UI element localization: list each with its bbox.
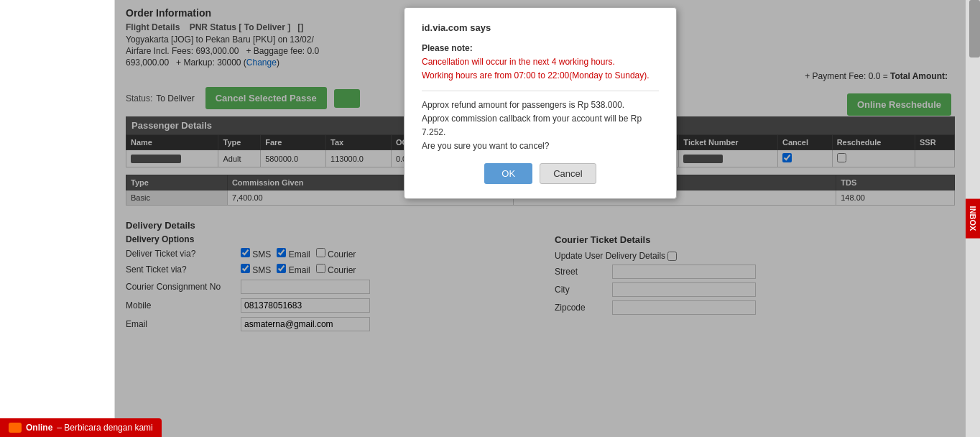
- cancellation-line2: Working hours are from 07:00 to 22:00(Mo…: [422, 70, 650, 80]
- inbox-tab[interactable]: INBOX: [966, 199, 980, 239]
- refund-line: Approx refund amount for passengers is R…: [422, 98, 659, 112]
- scrollbar-thumb[interactable]: [969, 0, 980, 58]
- modal-box: id.via.com says Please note: Cancellatio…: [404, 7, 677, 199]
- cancellation-line1: Cancellation will occur in the next 4 wo…: [422, 57, 615, 67]
- chat-sublabel: – Berbicara dengan kami: [57, 423, 152, 433]
- online-label: Online: [26, 423, 52, 433]
- please-note-label: Please note:: [422, 43, 473, 53]
- ok-button[interactable]: OK: [484, 163, 532, 184]
- modal-overlay: id.via.com says Please note: Cancellatio…: [115, 0, 966, 437]
- modal-separator: [422, 91, 659, 91]
- online-chat-bar[interactable]: Online – Berbicara dengan kami: [0, 418, 162, 437]
- modal-title: id.via.com says: [422, 22, 659, 33]
- commission-line: Approx commission callback from your acc…: [422, 112, 659, 139]
- modal-body: Please note: Cancellation will occur in …: [422, 42, 659, 153]
- main-content: Order Information Flight Details PNR Sta…: [115, 0, 966, 437]
- modal-cancel-button[interactable]: Cancel: [540, 163, 596, 184]
- chat-bubble-icon: [9, 423, 22, 433]
- modal-buttons: OK Cancel: [422, 163, 659, 184]
- confirm-line: Are you sure you want to cancel?: [422, 139, 659, 153]
- left-sidebar: [0, 0, 115, 437]
